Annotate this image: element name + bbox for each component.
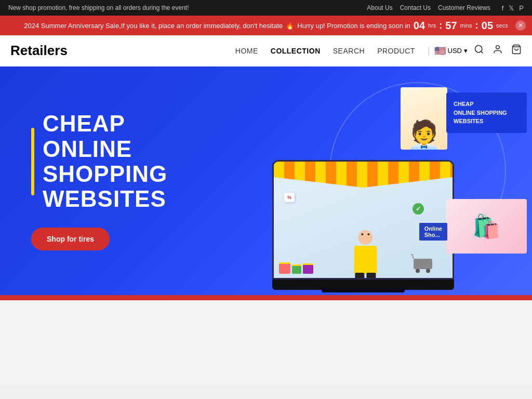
nav-collection[interactable]: COLLECTION: [271, 47, 321, 55]
promo-close-button[interactable]: ✕: [515, 20, 526, 31]
utility-bar: New shop promotion, free shipping on all…: [0, 0, 532, 16]
promo-banner: 2024 Summer Anniversary Sale,If you like…: [0, 16, 532, 35]
flag-icon: 🇺🇸: [434, 45, 446, 57]
fire-emoji: 🔥: [286, 22, 294, 30]
shopping-character: [354, 230, 377, 274]
shop-for-tires-button[interactable]: Shop for tires: [31, 228, 110, 250]
nav-search[interactable]: SEARCH: [333, 47, 365, 55]
hero-title-line3: WEBSITES: [43, 186, 166, 211]
online-shop-label: OnlineSho...: [419, 223, 447, 241]
secs-label: secs: [496, 22, 508, 29]
cart-illustration: [411, 252, 437, 275]
nav-product[interactable]: PRODUCT: [377, 47, 415, 55]
contact-link[interactable]: Contact Us: [400, 4, 431, 11]
price-tag: %: [284, 193, 295, 202]
laptop-screen: % ✓: [274, 162, 453, 278]
hero-cta: Shop for tires: [31, 228, 261, 250]
svg-point-6: [426, 269, 430, 273]
currency-selector[interactable]: 🇺🇸 USD ▾: [434, 45, 468, 57]
info-card-text: CHEAPONLINE SHOPPINGWEBSITES: [454, 101, 507, 124]
svg-point-5: [416, 269, 420, 273]
promo-notice: New shop promotion, free shipping on all…: [8, 4, 189, 11]
timer-hours: 04: [414, 20, 425, 32]
hero-title: CHEAP ONLINE SHOPPING WEBSITES: [43, 111, 261, 212]
cart-icon[interactable]: [511, 44, 522, 57]
social-icons: f 𝕏 P: [502, 4, 524, 12]
promo-text-before: 2024 Summer Anniversary Sale,If you like…: [24, 22, 283, 30]
hrs-label: hrs: [428, 22, 436, 29]
char-body: [354, 246, 377, 274]
timer-secs: 05: [482, 20, 493, 32]
twitter-icon[interactable]: 𝕏: [509, 4, 514, 12]
info-card: CHEAPONLINE SHOPPINGWEBSITES: [446, 92, 527, 133]
hero-heading: CHEAP ONLINE SHOPPING WEBSITES: [43, 111, 261, 212]
svg-line-1: [481, 51, 483, 54]
reviews-link[interactable]: Customer Reviews: [438, 4, 490, 11]
red-bar: [0, 295, 532, 300]
hero-section: CHEAP ONLINE SHOPPING WEBSITES Shop for …: [0, 66, 532, 295]
currency-label: USD: [448, 47, 462, 55]
site-logo[interactable]: Retailers: [10, 43, 68, 59]
check-badge: ✓: [413, 203, 424, 215]
store-awning: [274, 162, 453, 188]
svg-point-2: [496, 46, 500, 49]
account-icon[interactable]: [493, 44, 503, 57]
nav-links: HOME COLLECTION SEARCH PRODUCT: [235, 47, 415, 55]
hero-illustration: % ✓ CHEAPONLINE SHOPPINGWEBSITES 🧑‍💼 🛍️ …: [241, 66, 532, 295]
promo-text-middle: Hurry up! Promotion is ending soon in: [297, 22, 410, 30]
svg-point-0: [475, 46, 482, 52]
pinterest-icon[interactable]: P: [519, 4, 524, 12]
chevron-down-icon: ▾: [464, 47, 468, 55]
side-card: 🛍️: [446, 199, 527, 254]
svg-rect-4: [414, 259, 432, 269]
laptop-frame: % ✓: [272, 160, 454, 280]
laptop-foot: [322, 288, 405, 292]
shopping-woman-emoji: 🛍️: [472, 213, 501, 240]
content-area: [0, 300, 532, 383]
person-card-image: 🧑‍💼: [401, 87, 447, 150]
gift-boxes: [279, 262, 313, 274]
facebook-icon[interactable]: f: [502, 4, 504, 12]
main-nav: Retailers HOME COLLECTION SEARCH PRODUCT…: [0, 35, 532, 66]
nav-icons: [474, 44, 522, 57]
hero-title-line1: CHEAP: [43, 111, 125, 136]
utility-links: About Us Contact Us Customer Reviews f 𝕏…: [367, 4, 524, 12]
hero-accent-bar: [31, 128, 34, 195]
hero-title-line2: ONLINE SHOPPING: [43, 136, 167, 187]
person-emoji: 🧑‍💼: [406, 121, 442, 150]
nav-divider: |: [428, 45, 430, 56]
about-link[interactable]: About Us: [367, 4, 392, 11]
timer-mins: 57: [445, 20, 457, 32]
char-head: [358, 230, 373, 245]
search-icon[interactable]: [474, 44, 484, 57]
nav-home[interactable]: HOME: [235, 47, 258, 55]
mins-label: mins: [460, 22, 472, 29]
